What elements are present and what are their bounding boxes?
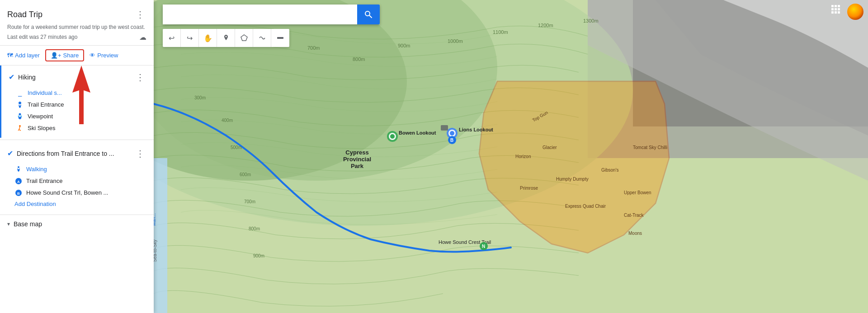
directions-layer-header: ✔ Directions from Trail Entrance to ... … (0, 142, 154, 164)
svg-marker-67 (241, 35, 247, 41)
svg-text:500m: 500m (231, 145, 242, 150)
svg-point-53 (18, 115, 19, 117)
search-bar (163, 5, 380, 24)
individual-icon: ⎯ (16, 89, 24, 97)
marker-a-icon: A (14, 177, 23, 185)
directions-items: Walking A Trail Entrance B (0, 164, 154, 213)
svg-text:Cypress: Cypress (345, 149, 368, 156)
svg-point-59 (18, 166, 19, 168)
svg-rect-32 (441, 125, 448, 131)
svg-line-57 (18, 130, 19, 131)
share-label: Share (63, 52, 79, 59)
hiking-menu-button[interactable]: ⋮ (134, 70, 146, 84)
svg-text:Horizon: Horizon (515, 154, 531, 159)
svg-text:700m: 700m (307, 45, 320, 51)
svg-text:Express Quad Chair: Express Quad Chair (565, 204, 606, 209)
search-button[interactable] (357, 5, 380, 24)
preview-button[interactable]: 👁 Preview (86, 49, 122, 61)
svg-text:400m: 400m (222, 118, 233, 123)
add-layer-icon: 🗺 (7, 52, 13, 59)
map-toolbar: ↩ ↪ ✋ (163, 29, 289, 47)
svg-point-52 (19, 113, 21, 115)
directions-checkbox[interactable]: ✔ (7, 149, 13, 158)
trail-label: Trail Entrance (28, 101, 64, 108)
preview-icon: 👁 (90, 52, 95, 59)
svg-text:1200m: 1200m (538, 23, 553, 28)
sidebar-header: Road Trip ⋮ Route for a weekend summer r… (0, 0, 154, 46)
svg-text:900m: 900m (398, 43, 410, 48)
hiking-item-individual[interactable]: ⎯ Individual s... (1, 87, 154, 99)
basemap-collapse-icon: ▾ (7, 221, 10, 227)
svg-text:N: N (482, 244, 485, 249)
sidebar: Road Trip ⋮ Route for a weekend summer r… (0, 0, 154, 313)
cloud-icon: ☁ (139, 33, 146, 42)
share-icon: 👤+ (51, 52, 61, 59)
hiking-item-ski[interactable]: Ski Slopes (1, 122, 154, 134)
howe-label: Howe Sound Crst Trl, Bowen ... (26, 189, 108, 196)
svg-text:800m: 800m (353, 56, 365, 62)
ski-icon (16, 124, 24, 132)
directions-item-walking[interactable]: Walking (0, 164, 154, 175)
hiking-layer: ✔ Hiking ⋮ ⎯ Individual s... Trail Entra… (0, 65, 154, 138)
svg-text:1100m: 1100m (493, 29, 508, 35)
marker-button[interactable] (217, 29, 235, 47)
pan-button[interactable]: ✋ (199, 29, 217, 47)
toolbar-row: 🗺 Add layer 👤+ Share 👁 Preview (0, 46, 154, 65)
map-title: Road Trip (7, 10, 42, 19)
map-subtitle: Route for a weekend summer road trip up … (7, 23, 146, 31)
svg-rect-73 (831, 5, 834, 7)
svg-text:Cat-Track: Cat-Track (624, 213, 644, 218)
hiking-items: ⎯ Individual s... Trail Entrance (1, 87, 154, 138)
hiking-layer-header: ✔ Hiking ⋮ (1, 65, 154, 87)
svg-text:A: A (17, 180, 20, 184)
directions-layer: ✔ Directions from Trail Entrance to ... … (0, 142, 154, 213)
svg-rect-74 (835, 5, 837, 7)
share-button[interactable]: 👤+ Share (45, 49, 84, 61)
walking-icon (14, 165, 23, 173)
section-divider-2 (0, 215, 154, 215)
add-layer-button[interactable]: 🗺 Add layer (4, 49, 43, 61)
hiking-item-viewpoint[interactable]: Viewpoint (1, 111, 154, 122)
header-menu-button[interactable]: ⋮ (134, 7, 146, 22)
viewpoint-label: Viewpoint (28, 113, 53, 120)
last-edit-text: Last edit was 27 minutes ago (7, 34, 77, 40)
svg-text:600m: 600m (240, 172, 251, 177)
hiking-title: Hiking (18, 74, 36, 81)
marker-b-icon: B (14, 189, 23, 197)
route-button[interactable] (253, 29, 271, 47)
svg-text:B: B (17, 192, 20, 196)
undo-button[interactable]: ↩ (163, 29, 181, 47)
svg-rect-75 (838, 5, 840, 7)
individual-label: Individual s... (28, 89, 62, 96)
svg-text:Glacier: Glacier (542, 145, 557, 150)
hiking-item-trail[interactable]: Trail Entrance (1, 99, 154, 111)
ruler-button[interactable] (271, 29, 289, 47)
ski-label: Ski Slopes (28, 125, 55, 131)
svg-rect-81 (838, 11, 840, 14)
svg-rect-78 (838, 8, 840, 10)
preview-label: Preview (97, 52, 118, 59)
svg-line-66 (369, 15, 372, 18)
svg-rect-80 (835, 11, 837, 14)
svg-text:Upper Bowen: Upper Bowen (624, 190, 651, 195)
add-destination-button[interactable]: Add Destination (0, 199, 154, 209)
search-input[interactable] (163, 5, 357, 24)
trail-a-label: Trail Entrance (26, 178, 62, 184)
svg-text:Bowen Lookout: Bowen Lookout (399, 130, 436, 135)
basemap-title-row[interactable]: ▾ Base map (7, 220, 146, 228)
svg-rect-68 (277, 37, 283, 39)
directions-item-trail-a[interactable]: A Trail Entrance (0, 175, 154, 187)
polygon-button[interactable] (235, 29, 253, 47)
grid-icon[interactable] (831, 5, 841, 17)
redo-button[interactable]: ↪ (181, 29, 199, 47)
directions-menu-button[interactable]: ⋮ (134, 146, 146, 161)
svg-text:Park: Park (351, 163, 364, 169)
directions-item-howe[interactable]: B Howe Sound Crst Trl, Bowen ... (0, 187, 154, 199)
hiking-checkbox[interactable]: ✔ (9, 73, 14, 81)
basemap-section: ▾ Base map (0, 217, 154, 231)
add-layer-label: Add layer (15, 52, 40, 59)
user-avatar[interactable] (847, 4, 863, 20)
svg-point-54 (21, 115, 22, 117)
svg-text:Tomcat Sky Chilli: Tomcat Sky Chilli (633, 145, 667, 150)
svg-text:Provincial: Provincial (343, 156, 371, 163)
